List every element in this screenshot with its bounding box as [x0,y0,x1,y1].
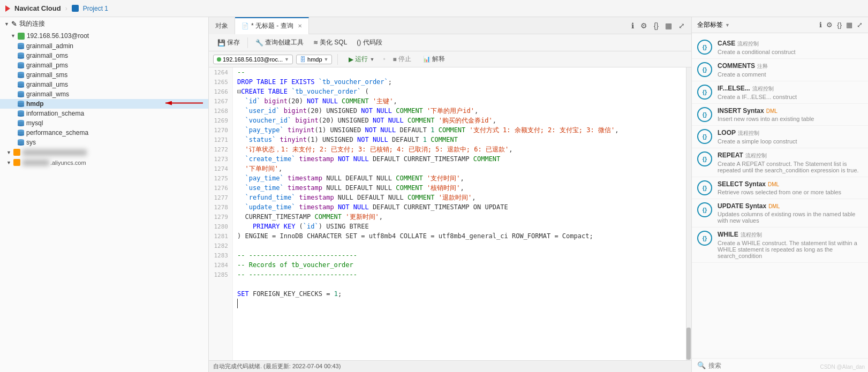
code-line-1273: `pay_time` timestamp NULL DEFAULT NULL C… [237,173,682,183]
sidebar-item-grainmall_oms[interactable]: grainmall_oms [0,51,208,60]
grid-panel-icon[interactable]: ▦ [846,21,852,29]
tag-selector[interactable]: 全部标签 ▼ [697,20,730,29]
code-line-1276: `update_time` timestamp NOT NULL DEFAULT… [237,202,682,222]
snippet-ifelse-icon: {} [697,85,712,100]
expand-icon[interactable]: ⤢ [678,21,685,30]
code-line-1280: -- ---------------------------- [237,250,682,260]
snippet-repeat-badge: 流程控制 [745,153,767,158]
sidebar: ▼ ✎ 我的连接 ▼ 192.168.56.103@root [0,17,209,372]
app-logo-triangle [5,5,10,12]
top-bar: Navicat Cloud › Project 1 [0,0,868,17]
project-name: Project 1 [83,5,108,12]
snippet-update[interactable]: {} UPDATE SyntaxDML Updates columns of e… [692,199,868,227]
sidebar-item-grainmall_sms[interactable]: grainmall_sms [0,70,208,80]
db-name-hmdp: hmdp [26,100,44,108]
snippet-select[interactable]: {} SELECT SyntaxDML Retrieve rows select… [692,177,868,199]
beautify-sql-button[interactable]: ≋ 美化 SQL [309,36,351,49]
expand-panel-icon[interactable]: ⤢ [857,21,863,29]
code-editor[interactable]: 1264 1265 1266 1267 1268 1269 1270 1271 … [209,67,691,360]
snippet-update-info: UPDATE SyntaxDML Updates columns of exis… [718,202,863,224]
connection-selector[interactable]: 192.168.56.103@roc... ▼ [213,55,293,64]
my-connections-section: ▼ ✎ 我的连接 ▼ 192.168.56.103@root [0,17,208,168]
db-name: grainmall_admin [26,42,73,50]
snippet-repeat-info: REPEAT流程控制 Create A REPEAT construct. Th… [718,151,863,173]
sidebar-item-grainmall_pms[interactable]: grainmall_pms [0,60,208,70]
scrollbar-thumb[interactable] [686,328,691,360]
grid-icon[interactable]: ▦ [665,21,672,30]
stop-button[interactable]: ■ 停止 [389,53,416,65]
snippet-insert-desc: Insert new rows into an existing table [718,116,863,122]
run-arrow: ▼ [369,57,374,62]
external-connection-1[interactable]: ▼ [0,147,208,157]
query-bar: 192.168.56.103@roc... ▼ 🗄 hmdp ▼ ▶ 运行 ▼ … [209,51,691,67]
sidebar-item-sys[interactable]: sys [0,138,208,147]
settings-icon[interactable]: ⚙ [640,21,647,30]
connection-dot [217,57,221,62]
snippet-comments[interactable]: {} COMMENTS注释 Create a comment [692,59,868,81]
code-content[interactable]: -- DROP TABLE IF EXISTS `tb_voucher_orde… [233,67,686,360]
snippet-ifelse-info: IF...ELSE...流程控制 Create a IF...ELSE... c… [718,85,863,100]
tab-query[interactable]: 📄 * 无标题 - 查询 ✕ [235,17,309,34]
gear-panel-icon[interactable]: ⚙ [826,21,833,29]
run-button[interactable]: ▶ 运行 ▼ [343,53,380,65]
separator-dot: • [383,56,385,63]
tab-object[interactable]: 对象 [209,17,235,34]
snippet-select-desc: Retrieve rows selected from one or more … [718,189,863,195]
query-builder-button[interactable]: 🔧 查询创建工具 [251,36,308,49]
db-name: information_schema [26,110,84,117]
toolbar: 💾 保存 🔧 查询创建工具 ≋ 美化 SQL () 代码段 [209,34,691,51]
snippet-comments-badge: 注释 [757,63,768,69]
snippet-repeat[interactable]: {} REPEAT流程控制 Create A REPEAT construct.… [692,148,868,177]
snippet-select-name: SELECT Syntax [718,180,766,188]
info-panel-icon[interactable]: ℹ [819,21,822,29]
snippet-ifelse-name: IF...ELSE... [718,85,750,92]
snippet-while-icon: {} [697,231,712,246]
explain-icon: 📊 [423,56,431,63]
code-line-1272: `create_time` timestamp NOT NULL DEFAULT… [237,154,682,173]
snippet-repeat-icon: {} [697,151,712,166]
code-snippet-button[interactable]: () 代码段 [352,36,386,49]
code-line-1284: SET FOREIGN_KEY_CHECKS = 1; [237,289,682,299]
sidebar-item-mysql[interactable]: mysql [0,118,208,128]
red-arrow-indicator [163,98,206,110]
code-line-1282: -- ---------------------------- [237,270,682,279]
code-line-1283 [237,279,682,289]
db-icon [17,43,24,49]
code-line-1278: ) ENGINE = InnoDB CHARACTER SET = utf8mb… [237,231,682,241]
code-line-1279 [237,241,682,250]
snippet-insert[interactable]: {} INSERT SyntaxDML Insert new rows into… [692,104,868,126]
scrollbar[interactable] [686,67,691,360]
snippet-while-name: WHILE [718,231,738,238]
db-name: grainmall_ums [26,81,68,88]
search-icon: 🔍 [697,361,706,369]
code-line-1281: -- Records of tb_voucher_order [237,260,682,270]
sidebar-item-performance_schema[interactable]: performance_schema [0,128,208,138]
snippet-select-info: SELECT SyntaxDML Retrieve rows selected … [718,180,863,195]
snippet-case[interactable]: {} CASE流程控制 Create a conditional constru… [692,36,868,59]
snippet-loop[interactable]: {} LOOP流程控制 Create a simple loop constru… [692,126,868,148]
snippet-select-badge: DML [768,181,779,187]
snippet-repeat-desc: Create A REPEAT construct. The Statement… [718,161,863,173]
sidebar-item-information_schema[interactable]: information_schema [0,109,208,118]
braces-panel-icon[interactable]: {} [837,21,842,29]
explain-button[interactable]: 📊 解释 [419,53,449,65]
db-name: grainmall_wms [26,90,69,98]
info-icon[interactable]: ℹ [631,21,634,30]
close-tab-icon[interactable]: ✕ [298,23,302,29]
my-connections-header[interactable]: ▼ ✎ 我的连接 [0,17,208,31]
connection-selector-label: 192.168.56.103@roc... [223,56,283,63]
snippet-ifelse-desc: Create a IF...ELSE... construct [718,94,863,100]
external-connection-2[interactable]: ▼ .aliyuncs.com [0,157,208,168]
save-button[interactable]: 💾 保存 [213,36,244,49]
sidebar-item-grainmall_ums[interactable]: grainmall_ums [0,80,208,89]
sidebar-item-hmdp[interactable]: hmdp [0,99,208,109]
database-selector[interactable]: 🗄 hmdp ▼ [296,55,332,64]
connection-item[interactable]: ▼ 192.168.56.103@root [0,31,208,41]
snippet-while[interactable]: {} WHILE流程控制 Create a WHILE construct. T… [692,227,868,263]
tag-selector-arrow: ▼ [725,22,730,28]
my-connections-label: 我的连接 [19,19,45,28]
sidebar-item-grainmall_admin[interactable]: grainmall_admin [0,41,208,51]
play-icon: ▶ [349,56,353,63]
snippet-ifelse[interactable]: {} IF...ELSE...流程控制 Create a IF...ELSE..… [692,81,868,104]
braces-icon[interactable]: {} [654,21,659,30]
